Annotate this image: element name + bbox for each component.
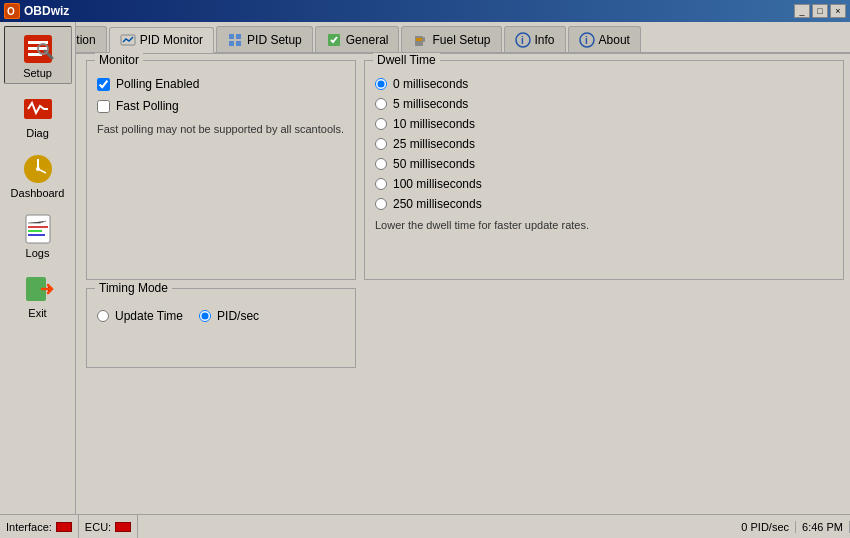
- sidebar-item-logs[interactable]: Logs: [4, 206, 72, 264]
- info-tab-icon: i: [515, 32, 531, 48]
- fuel-setup-icon: [412, 32, 428, 48]
- pid-rate-segment: 0 PID/sec: [735, 521, 796, 533]
- tab-fuel-setup-label: Fuel Setup: [432, 33, 490, 47]
- dwell-radio-100[interactable]: [375, 178, 387, 190]
- sidebar-item-exit[interactable]: Exit: [4, 266, 72, 324]
- dwell-option-row: 250 milliseconds: [375, 197, 833, 211]
- svg-rect-27: [26, 215, 50, 243]
- sidebar-exit-label: Exit: [28, 307, 46, 319]
- title-bar-left: O OBDwiz: [4, 3, 69, 19]
- update-time-radio[interactable]: [97, 310, 109, 322]
- setup-icon: [20, 31, 56, 67]
- fast-polling-checkbox[interactable]: [97, 100, 110, 113]
- interface-label: Interface:: [6, 521, 52, 533]
- svg-rect-12: [416, 38, 422, 41]
- dwell-option-row: 0 milliseconds: [375, 77, 833, 91]
- tab-pid-setup[interactable]: PID Setup: [216, 26, 313, 52]
- dwell-radio-25[interactable]: [375, 138, 387, 150]
- svg-text:i: i: [521, 35, 524, 46]
- dwell-radio-50[interactable]: [375, 158, 387, 170]
- tab-info[interactable]: i Info: [504, 26, 566, 52]
- pid-sec-row: PID/sec: [199, 309, 259, 323]
- polling-enabled-checkbox[interactable]: [97, 78, 110, 91]
- dwell-time-title: Dwell Time: [373, 53, 440, 67]
- app-title: OBDwiz: [24, 4, 69, 18]
- tab-about-label: About: [599, 33, 630, 47]
- minimize-button[interactable]: _: [794, 4, 810, 18]
- dwell-label-250: 250 milliseconds: [393, 197, 482, 211]
- dwell-option-row: 50 milliseconds: [375, 157, 833, 171]
- dwell-label-25: 25 milliseconds: [393, 137, 475, 151]
- monitor-info-text: Fast polling may not be supported by all…: [97, 123, 345, 135]
- dwell-label-50: 50 milliseconds: [393, 157, 475, 171]
- sidebar-item-dashboard[interactable]: Dashboard: [4, 146, 72, 204]
- tab-pid-setup-label: PID Setup: [247, 33, 302, 47]
- timing-mode-title: Timing Mode: [95, 281, 172, 295]
- monitor-title: Monitor: [95, 53, 143, 67]
- dwell-radio-10[interactable]: [375, 118, 387, 130]
- pid-rate: 0 PID/sec: [741, 521, 789, 533]
- dwell-label-0: 0 milliseconds: [393, 77, 468, 91]
- pid-setup-icon: [227, 32, 243, 48]
- svg-rect-7: [229, 41, 234, 46]
- title-bar-buttons[interactable]: _ □ ×: [794, 4, 846, 18]
- dwell-label-10: 10 milliseconds: [393, 117, 475, 131]
- logs-icon: [20, 211, 56, 247]
- dwell-option-row: 100 milliseconds: [375, 177, 833, 191]
- timing-options: Update Time PID/sec: [97, 305, 345, 329]
- monitor-group: Monitor Polling Enabled Fast Polling Fas…: [86, 60, 356, 280]
- svg-point-26: [36, 167, 40, 171]
- dwell-radio-0[interactable]: [375, 78, 387, 90]
- fast-polling-label: Fast Polling: [116, 99, 179, 113]
- ecu-segment: ECU:: [79, 515, 138, 538]
- sidebar-item-diag[interactable]: Diag: [4, 86, 72, 144]
- time-segment: 6:46 PM: [796, 521, 850, 533]
- dwell-time-group: Dwell Time 0 milliseconds5 milliseconds1…: [364, 60, 844, 280]
- update-time-row: Update Time: [97, 309, 183, 323]
- tab-pid-monitor[interactable]: PID Monitor: [109, 27, 214, 53]
- sidebar-diag-label: Diag: [26, 127, 49, 139]
- sidebar-item-setup[interactable]: Setup: [4, 26, 72, 84]
- ecu-label: ECU:: [85, 521, 111, 533]
- interface-led: [56, 522, 72, 532]
- sidebar-setup-label: Setup: [23, 67, 52, 79]
- timing-mode-group: Timing Mode Update Time PID/sec: [86, 288, 356, 368]
- ecu-led: [115, 522, 131, 532]
- sidebar: Setup Diag Dashboard: [0, 22, 76, 514]
- update-time-label: Update Time: [115, 309, 183, 323]
- about-tab-icon: i: [579, 32, 595, 48]
- dwell-radio-5[interactable]: [375, 98, 387, 110]
- status-bar: Interface: ECU: 0 PID/sec 6:46 PM: [0, 514, 850, 538]
- dashboard-icon: [20, 151, 56, 187]
- sidebar-dashboard-label: Dashboard: [11, 187, 65, 199]
- content-wrapper: Monitor Polling Enabled Fast Polling Fas…: [80, 54, 850, 374]
- pid-sec-label: PID/sec: [217, 309, 259, 323]
- tab-pid-monitor-label: PID Monitor: [140, 33, 203, 47]
- tab-bar: Connection PID Monitor PID Setup: [0, 22, 850, 54]
- dwell-option-row: 10 milliseconds: [375, 117, 833, 131]
- close-button[interactable]: ×: [830, 4, 846, 18]
- tab-info-label: Info: [535, 33, 555, 47]
- general-icon: [326, 32, 342, 48]
- tab-about[interactable]: i About: [568, 26, 641, 52]
- dwell-option-row: 5 milliseconds: [375, 97, 833, 111]
- dwell-options: 0 milliseconds5 milliseconds10 milliseco…: [375, 77, 833, 211]
- dwell-radio-250[interactable]: [375, 198, 387, 210]
- tab-general-label: General: [346, 33, 389, 47]
- panels-row: Monitor Polling Enabled Fast Polling Fas…: [86, 60, 844, 280]
- fast-polling-row: Fast Polling: [97, 99, 345, 113]
- svg-text:O: O: [7, 6, 15, 17]
- tab-general[interactable]: General: [315, 26, 400, 52]
- pid-sec-radio[interactable]: [199, 310, 211, 322]
- app-icon: O: [4, 3, 20, 19]
- status-time: 6:46 PM: [802, 521, 843, 533]
- tab-fuel-setup[interactable]: Fuel Setup: [401, 26, 501, 52]
- diag-icon: [20, 91, 56, 127]
- maximize-button[interactable]: □: [812, 4, 828, 18]
- dwell-label-100: 100 milliseconds: [393, 177, 482, 191]
- dwell-label-5: 5 milliseconds: [393, 97, 468, 111]
- sidebar-logs-label: Logs: [26, 247, 50, 259]
- polling-enabled-row: Polling Enabled: [97, 77, 345, 91]
- svg-text:i: i: [585, 35, 588, 46]
- svg-rect-11: [423, 37, 425, 42]
